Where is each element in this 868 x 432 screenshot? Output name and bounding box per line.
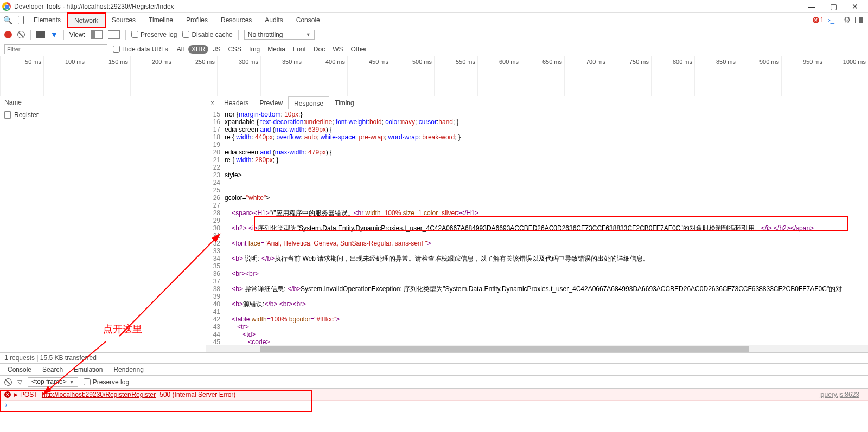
drawer-tab-rendering[interactable]: Rendering bbox=[108, 366, 149, 373]
timeline-tick: 950 ms bbox=[781, 56, 825, 96]
console-drawer-icon[interactable]: ›_ bbox=[828, 16, 834, 24]
console-preserve-log-checkbox[interactable]: Preserve log bbox=[84, 378, 129, 386]
code-line: <tr> bbox=[225, 323, 868, 331]
code-line bbox=[225, 186, 868, 194]
timeline-tick: 450 ms bbox=[347, 56, 391, 96]
detail-tab-response[interactable]: Response bbox=[288, 96, 329, 110]
detail-tab-timing[interactable]: Timing bbox=[329, 96, 360, 109]
hide-data-urls-checkbox[interactable]: Hide data URLs bbox=[113, 46, 168, 53]
search-icon[interactable]: 🔍 bbox=[3, 16, 12, 24]
dock-icon[interactable] bbox=[855, 17, 863, 23]
tab-resources[interactable]: Resources bbox=[214, 13, 258, 27]
capture-screenshots-icon[interactable] bbox=[36, 31, 45, 38]
timeline-tick: 400 ms bbox=[304, 56, 347, 96]
name-column-header[interactable]: Name bbox=[0, 96, 206, 109]
drawer-tab-emulation[interactable]: Emulation bbox=[68, 366, 108, 373]
code-line bbox=[225, 278, 868, 285]
minimize-button[interactable]: — bbox=[801, 2, 822, 11]
timeline-tick: 250 ms bbox=[174, 56, 217, 96]
filter-icon[interactable]: ▼ bbox=[50, 30, 58, 39]
drawer-tab-search[interactable]: Search bbox=[37, 366, 68, 373]
code-line: edia screen and (max-width: 479px) { bbox=[225, 149, 868, 156]
detail-tab-preview[interactable]: Preview bbox=[254, 96, 288, 109]
drawer-tab-console[interactable]: Console bbox=[2, 366, 37, 373]
tab-sources[interactable]: Sources bbox=[105, 13, 142, 27]
timeline-tick: 550 ms bbox=[434, 56, 477, 96]
throttling-select[interactable]: No throttling ▼ bbox=[244, 30, 315, 40]
timeline-tick: 650 ms bbox=[521, 56, 564, 96]
timeline-tick: 850 ms bbox=[694, 56, 738, 96]
tab-console[interactable]: Console bbox=[290, 13, 327, 27]
filter-console-icon[interactable]: ▽ bbox=[17, 378, 22, 386]
view-large-button[interactable] bbox=[108, 30, 120, 39]
close-detail-icon[interactable]: × bbox=[206, 99, 219, 107]
request-row[interactable]: Register bbox=[0, 109, 206, 120]
filter-pill-other[interactable]: Other bbox=[348, 45, 371, 54]
filter-pill-media[interactable]: Media bbox=[264, 45, 289, 54]
timeline-tick: 150 ms bbox=[87, 56, 130, 96]
error-url-link[interactable]: http://localhost:29230/Register/Register bbox=[42, 391, 156, 398]
network-toolbar: ▼ View: Preserve log Disable cache No th… bbox=[0, 27, 868, 42]
timeline-tick: 1000 ms bbox=[825, 56, 868, 96]
code-line: edia screen and (max-width: 639px) { bbox=[225, 126, 868, 133]
filter-pill-img[interactable]: Img bbox=[246, 45, 263, 54]
frame-select[interactable]: <top frame> ▼ bbox=[28, 377, 78, 387]
error-source-link[interactable]: jquery.js:8623 bbox=[819, 391, 864, 398]
filter-pill-font[interactable]: Font bbox=[290, 45, 309, 54]
horizontal-scrollbar[interactable] bbox=[222, 345, 868, 352]
tab-network[interactable]: Network bbox=[67, 13, 105, 28]
filter-pill-ws[interactable]: WS bbox=[329, 45, 346, 54]
code-line: <font face="Arial, Helvetica, Geneva, Su… bbox=[225, 240, 868, 247]
devtools-tabbar: 🔍 ElementsNetworkSourcesTimelineProfiles… bbox=[0, 13, 868, 27]
error-count-badge[interactable]: ✕1 bbox=[813, 16, 824, 24]
clear-console-button[interactable] bbox=[4, 378, 12, 386]
chrome-icon bbox=[2, 2, 11, 11]
expand-icon[interactable]: ▶ bbox=[14, 392, 18, 397]
network-filter-row: Hide data URLs AllXHRJSCSSImgMediaFontDo… bbox=[0, 42, 868, 56]
code-line: <br><br> bbox=[225, 270, 868, 278]
filter-pill-js[interactable]: JS bbox=[209, 45, 224, 54]
timeline-tick: 500 ms bbox=[391, 56, 434, 96]
disable-cache-checkbox[interactable]: Disable cache bbox=[182, 31, 232, 38]
record-button[interactable] bbox=[4, 31, 12, 38]
filter-pill-xhr[interactable]: XHR bbox=[188, 45, 208, 54]
console-prompt[interactable]: › bbox=[0, 401, 868, 409]
console-error-row[interactable]: ✕ ▶ POST http://localhost:29230/Register… bbox=[0, 389, 868, 401]
tab-audits[interactable]: Audits bbox=[258, 13, 289, 27]
tab-timeline[interactable]: Timeline bbox=[142, 13, 180, 27]
network-timeline[interactable]: 50 ms100 ms150 ms200 ms250 ms300 ms350 m… bbox=[0, 56, 868, 96]
timeline-tick: 300 ms bbox=[217, 56, 260, 96]
clear-button[interactable] bbox=[17, 31, 25, 38]
drawer: ConsoleSearchEmulationRendering ▽ <top f… bbox=[0, 363, 868, 409]
filter-pill-css[interactable]: CSS bbox=[225, 45, 245, 54]
tab-profiles[interactable]: Profiles bbox=[180, 13, 214, 27]
code-line bbox=[225, 247, 868, 255]
tab-elements[interactable]: Elements bbox=[27, 13, 67, 27]
filter-input[interactable] bbox=[4, 44, 107, 54]
window-title: Developer Tools - http://localhost:29230… bbox=[14, 3, 174, 10]
view-list-button[interactable] bbox=[91, 30, 103, 39]
code-line bbox=[225, 141, 868, 149]
timeline-tick: 750 ms bbox=[608, 56, 651, 96]
code-line bbox=[225, 232, 868, 240]
detail-tab-headers[interactable]: Headers bbox=[219, 96, 254, 109]
settings-icon[interactable]: ⚙ bbox=[844, 15, 851, 25]
code-line: <span><H1>"/"应用程序中的服务器错误。<hr width=100% … bbox=[225, 209, 868, 217]
code-line: style> bbox=[225, 171, 868, 179]
code-line bbox=[225, 164, 868, 171]
view-label: View: bbox=[69, 31, 85, 38]
maximize-button[interactable]: ▢ bbox=[822, 2, 844, 11]
device-icon[interactable] bbox=[18, 16, 24, 24]
code-line bbox=[225, 179, 868, 186]
timeline-tick: 200 ms bbox=[130, 56, 174, 96]
response-body[interactable]: 1516171819202122232425262728293031323334… bbox=[206, 109, 868, 345]
code-line bbox=[225, 217, 868, 224]
code-line bbox=[225, 262, 868, 270]
filter-pill-doc[interactable]: Doc bbox=[310, 45, 328, 54]
timeline-tick: 600 ms bbox=[477, 56, 521, 96]
preserve-log-checkbox[interactable]: Preserve log bbox=[131, 31, 177, 38]
network-status-bar: 1 requests | 15.5 KB transferred bbox=[0, 352, 868, 363]
code-line: <h2> <i>序列化类型为"System.Data.Entity.Dynami… bbox=[225, 224, 868, 232]
close-button[interactable]: ✕ bbox=[844, 2, 866, 11]
filter-pill-all[interactable]: All bbox=[174, 45, 187, 54]
